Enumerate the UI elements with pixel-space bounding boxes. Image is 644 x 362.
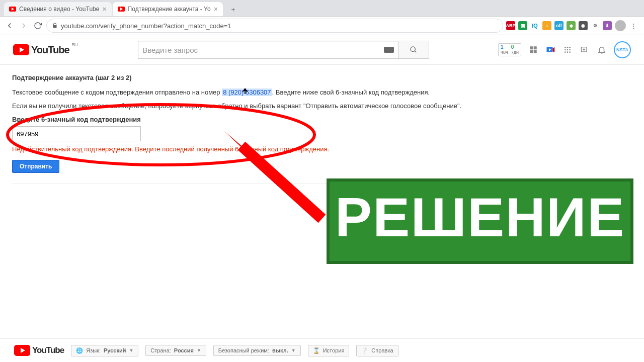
svg-point-18 [569, 49, 571, 51]
error-message: Недействительный код подтверждения. Введ… [12, 145, 632, 153]
svg-point-19 [565, 51, 566, 53]
tab-title: Подтверждение аккаунта - Yo [128, 6, 211, 13]
upload-icon[interactable] [580, 45, 590, 55]
youtube-logo[interactable]: YouTubeRU [13, 44, 69, 56]
dashboard-icon[interactable] [528, 45, 538, 55]
language-selector[interactable]: 🌐 Язык: Русский ▼ [71, 345, 138, 356]
svg-marker-12 [552, 47, 554, 53]
youtube-brand-text: YouTube [32, 345, 64, 355]
svg-point-16 [565, 49, 566, 51]
svg-point-4 [411, 47, 415, 51]
browser-menu-icon[interactable]: ⋮ [629, 22, 638, 30]
back-icon[interactable] [4, 20, 15, 31]
code-field-label: Введите 6-значный код подтверждения [12, 116, 632, 123]
svg-rect-9 [534, 50, 537, 53]
search-bar: Введите запрос [138, 41, 429, 59]
svg-rect-7 [534, 46, 537, 49]
browser-tab-0[interactable]: Сведения о видео - YouTube × [4, 2, 112, 16]
lock-icon [52, 23, 58, 29]
svg-point-15 [569, 47, 571, 48]
extension-icon[interactable]: off [554, 21, 564, 30]
close-tab-icon[interactable]: × [102, 5, 106, 13]
verify-content: Подтверждение аккаунта (шаг 2 из 2) Текс… [0, 65, 644, 193]
info-line-2: Если вы не получили текстовое сообщение,… [12, 102, 632, 110]
svg-rect-6 [530, 46, 533, 49]
apps-icon[interactable] [562, 45, 573, 55]
info-line-1: Текстовое сообщение с кодом подтверждени… [12, 88, 632, 96]
youtube-play-icon [14, 345, 30, 356]
extension-icon[interactable]: IQ [530, 21, 539, 30]
youtube-favicon-icon [118, 6, 125, 13]
keyboard-icon[interactable] [384, 47, 394, 53]
youtube-brand-text: YouTubeRU [31, 44, 69, 56]
youtube-favicon-icon [9, 6, 16, 13]
svg-point-14 [567, 47, 569, 48]
forward-icon[interactable] [18, 20, 29, 31]
help-icon: ❔ [361, 347, 368, 354]
globe-icon: 🌐 [76, 347, 83, 354]
svg-text:РЕШЕНИЕ: РЕШЕНИЕ [335, 186, 625, 248]
safemode-selector[interactable]: Безопасный режим: выкл. ▼ [213, 345, 301, 356]
submit-button[interactable]: Отправить [12, 160, 59, 173]
stats-badge[interactable]: 148ч 07дн [498, 43, 521, 56]
browser-toolbar: youtube.com/verify_phone_number?action_m… [0, 17, 644, 35]
settings-icon[interactable]: ⚙ [591, 21, 600, 30]
extension-icon[interactable]: ▣ [518, 21, 527, 30]
youtube-logo-footer[interactable]: YouTube [14, 345, 64, 356]
svg-point-17 [567, 49, 569, 51]
adblock-icon[interactable]: ABP [506, 21, 515, 30]
history-icon: ⌛ [313, 347, 320, 354]
divider [12, 183, 632, 184]
svg-point-21 [569, 51, 571, 53]
profile-avatar-icon[interactable] [615, 20, 626, 31]
help-button[interactable]: ❔Справка [356, 345, 398, 356]
phone-number: 8 (920) 6306307 [222, 88, 272, 96]
close-tab-icon[interactable]: × [214, 5, 218, 13]
youtube-play-icon [13, 44, 29, 55]
new-tab-button[interactable]: ＋ [227, 3, 240, 16]
tab-title: Сведения о видео - YouTube [19, 6, 99, 13]
header-actions: 148ч 07дн NSTA [498, 41, 631, 58]
history-button[interactable]: ⌛История [308, 345, 350, 356]
svg-point-20 [567, 51, 569, 53]
extension-icon[interactable]: ⬇ [603, 21, 612, 30]
code-input[interactable] [12, 126, 141, 141]
svg-line-5 [415, 51, 416, 52]
browser-tab-1[interactable]: Подтверждение аккаунта - Yo × [113, 2, 223, 16]
svg-point-13 [565, 47, 566, 48]
country-selector[interactable]: Страна: Россия ▼ [145, 345, 206, 356]
studio-icon[interactable] [545, 45, 555, 55]
bell-icon[interactable] [597, 45, 607, 55]
extensions-area: ABP ▣ IQ ⌂ off ◆ ◉ ⚙ ⬇ ⋮ [506, 20, 640, 31]
extension-icon[interactable]: ◉ [579, 21, 588, 30]
svg-rect-8 [530, 50, 533, 53]
extension-icon[interactable]: ◆ [567, 21, 576, 30]
reload-icon[interactable] [32, 20, 43, 31]
address-bar[interactable]: youtube.com/verify_phone_number?action_m… [46, 19, 503, 33]
url-text: youtube.com/verify_phone_number?action_m… [61, 22, 231, 30]
user-avatar[interactable]: NSTA [614, 41, 631, 58]
footer: YouTube 🌐 Язык: Русский ▼ Страна: Россия… [0, 338, 644, 362]
search-button[interactable] [398, 41, 429, 59]
page-title: Подтверждение аккаунта (шаг 2 из 2) [12, 74, 632, 81]
extension-icon[interactable]: ⌂ [542, 21, 551, 30]
search-input[interactable]: Введите запрос [138, 41, 398, 59]
search-placeholder: Введите запрос [142, 46, 198, 54]
youtube-header: YouTubeRU Введите запрос 148ч 07дн NSTA [0, 35, 644, 65]
browser-tabstrip: Сведения о видео - YouTube × Подтвержден… [0, 0, 644, 17]
